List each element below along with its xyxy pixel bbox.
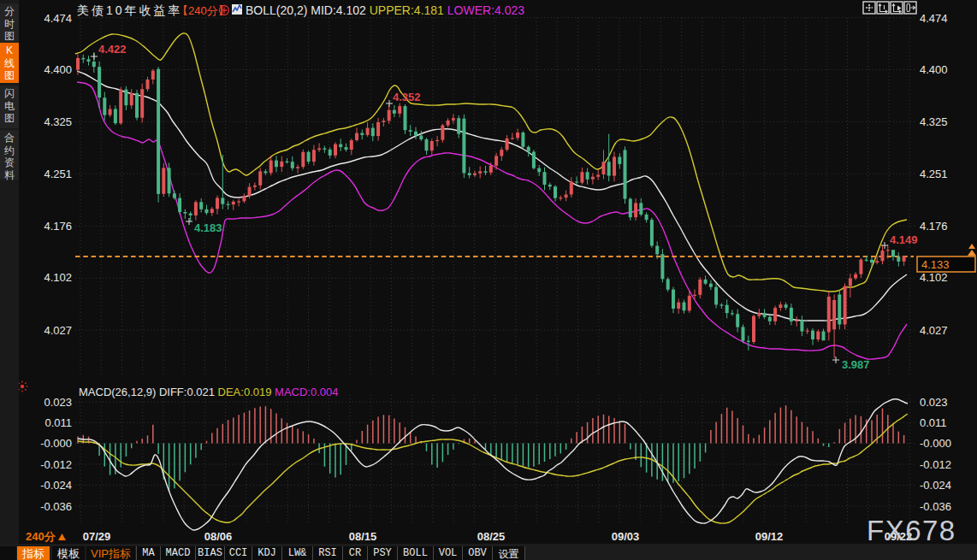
svg-text:4.176: 4.176 <box>920 220 948 233</box>
svg-text:0.011: 0.011 <box>44 416 72 429</box>
svg-text:07/29: 07/29 <box>83 530 111 543</box>
svg-text:-0.036: -0.036 <box>920 500 951 513</box>
svg-text:0.023: 0.023 <box>44 396 72 409</box>
svg-text:4.325: 4.325 <box>44 115 72 128</box>
svg-text:BOLL(20,2) MID:4.102 UPPER:4.: BOLL(20,2) MID:4.102 UPPER:4.181 LOWER:4… <box>246 3 524 17</box>
svg-text:-0.012: -0.012 <box>40 458 72 471</box>
svg-text:4.474: 4.474 <box>920 12 948 25</box>
svg-text:FX678: FX678 <box>867 515 956 546</box>
svg-text:4.133: 4.133 <box>921 258 950 271</box>
svg-text:MACD(26,12,9) DIFF:0.021 DEA:: MACD(26,12,9) DIFF:0.021 DEA:0.019 MACD:… <box>79 386 338 398</box>
svg-text:4.422: 4.422 <box>98 43 127 56</box>
svg-text:4.325: 4.325 <box>920 115 948 128</box>
svg-text:4.102: 4.102 <box>920 271 948 284</box>
svg-text:09/03: 09/03 <box>612 530 640 543</box>
svg-text:4.400: 4.400 <box>920 63 948 76</box>
svg-text:4.251: 4.251 <box>920 168 948 180</box>
svg-text:-0.000: -0.000 <box>920 437 951 450</box>
svg-text:4.102: 4.102 <box>44 271 72 284</box>
svg-text:4.176: 4.176 <box>44 220 72 233</box>
svg-text:4.149: 4.149 <box>890 233 918 246</box>
svg-text:0.011: 0.011 <box>920 416 947 429</box>
svg-text:08/25: 08/25 <box>477 530 506 543</box>
svg-text:09/12: 09/12 <box>755 530 784 543</box>
svg-text:4.183: 4.183 <box>194 221 222 234</box>
svg-text:4.400: 4.400 <box>44 63 72 76</box>
svg-text:0.023: 0.023 <box>920 396 948 409</box>
svg-text:-0.024: -0.024 <box>920 479 951 492</box>
svg-text:-0.024: -0.024 <box>40 479 72 492</box>
svg-text:4.027: 4.027 <box>44 324 72 337</box>
svg-text:4.027: 4.027 <box>920 324 948 337</box>
svg-text:240分: 240分 <box>26 530 56 543</box>
svg-text:-0.012: -0.012 <box>920 458 951 471</box>
svg-text:08/06: 08/06 <box>204 530 233 543</box>
svg-text:3.987: 3.987 <box>842 358 870 371</box>
svg-text:4.251: 4.251 <box>44 168 72 180</box>
svg-text:4.474: 4.474 <box>44 12 72 25</box>
svg-text:美债10年收益率: 美债10年收益率 <box>77 3 183 17</box>
svg-text:-0.000: -0.000 <box>40 437 72 450</box>
svg-text:08/15: 08/15 <box>349 530 377 543</box>
svg-text:4.352: 4.352 <box>393 91 421 103</box>
svg-text:-0.036: -0.036 <box>40 500 72 513</box>
